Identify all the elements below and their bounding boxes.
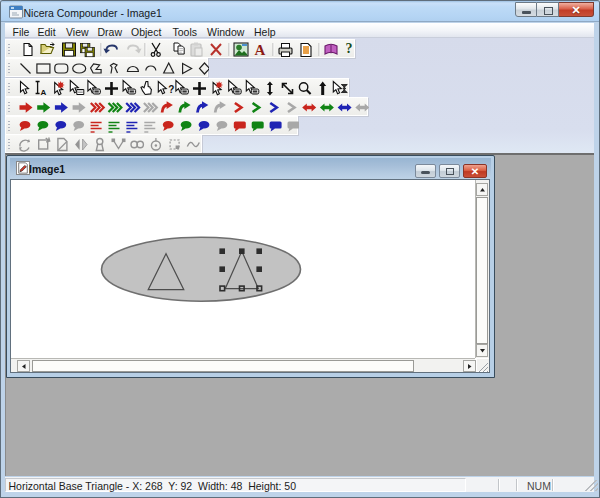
svg-text:?: ?	[168, 84, 174, 95]
svg-text:A: A	[41, 88, 47, 97]
svg-text:?: ?	[346, 41, 353, 56]
svg-text:A: A	[255, 42, 266, 58]
